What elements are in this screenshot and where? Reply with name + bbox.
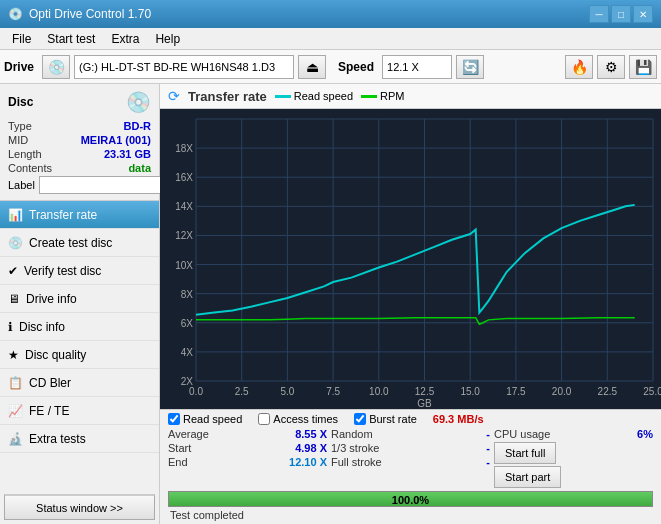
menu-help[interactable]: Help <box>147 30 188 48</box>
speed-selector[interactable]: 12.1 X <box>382 55 452 79</box>
burst-rate-checkbox[interactable] <box>354 413 366 425</box>
start-label: Start <box>168 442 191 454</box>
title-bar: 💿 Opti Drive Control 1.70 ─ □ ✕ <box>0 0 661 28</box>
fe-te-icon: 📈 <box>8 404 23 418</box>
disc-label-row: Label 🔍 <box>8 176 151 194</box>
disc-quality-icon: ★ <box>8 348 19 362</box>
legend-read-speed: Read speed <box>275 90 353 102</box>
start-part-row: Start part <box>494 466 653 488</box>
speed-label: Speed <box>338 60 374 74</box>
disc-contents-value: data <box>128 162 151 174</box>
rpm-legend-label: RPM <box>380 90 404 102</box>
verify-disc-icon: ✔ <box>8 264 18 278</box>
nav-item-fe-te[interactable]: 📈 FE / TE <box>0 397 159 425</box>
menu-file[interactable]: File <box>4 30 39 48</box>
nav-item-fe-te-label: FE / TE <box>29 404 69 418</box>
legend-rpm: RPM <box>361 90 404 102</box>
stroke2-stat-row: Full stroke - <box>331 456 490 468</box>
transfer-rate-chart <box>160 109 661 409</box>
progress-bar: 100.0% <box>168 491 653 507</box>
nav-item-drive-info-label: Drive info <box>26 292 77 306</box>
nav-item-verify-label: Verify test disc <box>24 264 101 278</box>
nav-item-disc-info-label: Disc info <box>19 320 65 334</box>
cpu-label: CPU usage <box>494 428 550 440</box>
app-icon: 💿 <box>8 7 23 21</box>
average-stat-row: Average 8.55 X <box>168 428 327 440</box>
nav-item-cd-bler[interactable]: 📋 CD Bler <box>0 369 159 397</box>
nav-item-transfer-rate[interactable]: 📊 Transfer rate <box>0 201 159 229</box>
nav-item-disc-info[interactable]: ℹ Disc info <box>0 313 159 341</box>
disc-mid-label: MID <box>8 134 28 146</box>
average-value: 8.55 X <box>295 428 327 440</box>
drive-selector[interactable]: (G:) HL-DT-ST BD-RE WH16NS48 1.D3 <box>74 55 294 79</box>
drive-label: Drive <box>4 60 34 74</box>
disc-length-row: Length 23.31 GB <box>8 148 151 160</box>
nav-item-verify-test-disc[interactable]: ✔ Verify test disc <box>0 257 159 285</box>
nav-item-transfer-rate-label: Transfer rate <box>29 208 97 222</box>
start-value: 4.98 X <box>295 442 327 454</box>
end-label: End <box>168 456 188 468</box>
drive-icon-btn[interactable]: 💿 <box>42 55 70 79</box>
refresh-button[interactable]: 🔄 <box>456 55 484 79</box>
drive-info-icon: 🖥 <box>8 292 20 306</box>
nav-item-extra-tests-label: Extra tests <box>29 432 86 446</box>
access-times-checkbox-item: Access times <box>258 413 338 425</box>
save-button[interactable]: 💾 <box>629 55 657 79</box>
average-label: Average <box>168 428 209 440</box>
stroke1-label: 1/3 stroke <box>331 442 379 454</box>
disc-mid-row: MID MEIRA1 (001) <box>8 134 151 146</box>
disc-contents-label: Contents <box>8 162 52 174</box>
chart-header: ⟳ Transfer rate Read speed RPM <box>160 84 661 109</box>
content-area: ⟳ Transfer rate Read speed RPM Read spee… <box>160 84 661 524</box>
create-disc-icon: 💿 <box>8 236 23 250</box>
menu-extra[interactable]: Extra <box>103 30 147 48</box>
disc-label-label: Label <box>8 179 35 191</box>
minimize-button[interactable]: ─ <box>589 5 609 23</box>
nav-item-drive-info[interactable]: 🖥 Drive info <box>0 285 159 313</box>
close-button[interactable]: ✕ <box>633 5 653 23</box>
access-times-checkbox[interactable] <box>258 413 270 425</box>
app-title: Opti Drive Control 1.70 <box>29 7 151 21</box>
chart-icon: ⟳ <box>168 88 180 104</box>
transfer-rate-icon: 📊 <box>8 208 23 222</box>
nav-item-create-test-disc[interactable]: 💿 Create test disc <box>0 229 159 257</box>
start-full-row: Start full <box>494 442 653 464</box>
stroke2-value: - <box>486 456 490 468</box>
stats-bar: Read speed Access times Burst rate 69.3 … <box>160 409 661 524</box>
burn-button[interactable]: 🔥 <box>565 55 593 79</box>
burst-rate-value: 69.3 MB/s <box>433 413 484 425</box>
stats-rows: Average 8.55 X Start 4.98 X End 12.10 X <box>168 428 653 488</box>
checkboxes-row: Read speed Access times Burst rate 69.3 … <box>168 413 653 425</box>
nav-item-disc-quality[interactable]: ★ Disc quality <box>0 341 159 369</box>
nav-item-create-label: Create test disc <box>29 236 112 250</box>
stroke1-value: - <box>486 442 490 454</box>
chart-area <box>160 109 661 409</box>
start-part-button[interactable]: Start part <box>494 466 561 488</box>
disc-length-value: 23.31 GB <box>104 148 151 160</box>
cpu-stat-row: CPU usage 6% <box>494 428 653 440</box>
read-speed-legend-label: Read speed <box>294 90 353 102</box>
read-speed-legend-color <box>275 95 291 98</box>
chart-title: Transfer rate <box>188 89 267 104</box>
maximize-button[interactable]: □ <box>611 5 631 23</box>
read-speed-checkbox-label: Read speed <box>183 413 242 425</box>
menu-start-test[interactable]: Start test <box>39 30 103 48</box>
nav-item-extra-tests[interactable]: 🔬 Extra tests <box>0 425 159 453</box>
eject-button[interactable]: ⏏ <box>298 55 326 79</box>
cd-bler-icon: 📋 <box>8 376 23 390</box>
read-speed-checkbox[interactable] <box>168 413 180 425</box>
disc-type-label: Type <box>8 120 32 132</box>
nav-item-disc-quality-label: Disc quality <box>25 348 86 362</box>
status-row: Test completed <box>168 509 653 521</box>
menu-bar: File Start test Extra Help <box>0 28 661 50</box>
cpu-value: 6% <box>637 428 653 440</box>
stats-col-3: CPU usage 6% Start full Start part <box>494 428 653 488</box>
disc-type-row: Type BD-R <box>8 120 151 132</box>
status-window-button[interactable]: Status window >> <box>4 494 155 520</box>
disc-panel-title: Disc <box>8 95 33 109</box>
access-times-checkbox-label: Access times <box>273 413 338 425</box>
stroke2-label: Full stroke <box>331 456 382 468</box>
settings-button[interactable]: ⚙ <box>597 55 625 79</box>
end-value: 12.10 X <box>289 456 327 468</box>
start-full-button[interactable]: Start full <box>494 442 556 464</box>
